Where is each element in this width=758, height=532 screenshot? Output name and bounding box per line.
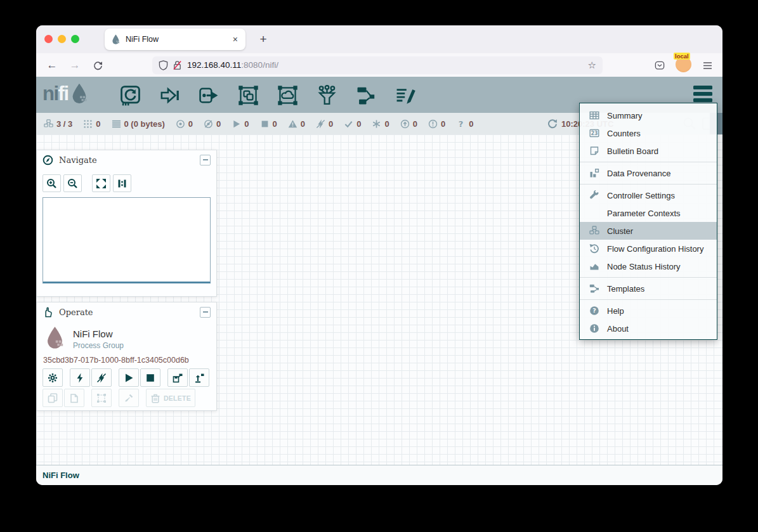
menu-separator (580, 277, 717, 278)
copy-button[interactable] (42, 389, 63, 407)
queued-icon (112, 119, 121, 129)
status-count: 0 (329, 119, 333, 129)
back-button[interactable]: ← (44, 57, 60, 74)
input-port-tool[interactable] (158, 84, 181, 107)
birdseye-minimap[interactable] (42, 197, 211, 283)
status-item-stale: 0 (400, 119, 417, 129)
close-window-button[interactable] (44, 35, 53, 43)
process-group-tool[interactable] (237, 84, 259, 107)
logo-text-fi: fi (58, 82, 69, 105)
collapse-operate-button[interactable] (200, 307, 211, 318)
operate-actions-row-1 (42, 368, 211, 387)
status-count: 0 (0 bytes) (124, 119, 165, 129)
menu-item-counters[interactable]: 23Counters (580, 124, 717, 142)
fill-color-button[interactable] (119, 389, 139, 407)
maximize-window-button[interactable] (71, 35, 79, 43)
menu-item-templates[interactable]: Templates (580, 280, 717, 297)
template-tool[interactable] (355, 84, 377, 107)
new-tab-button[interactable]: + (254, 30, 272, 48)
breadcrumb[interactable]: NiFi Flow (42, 470, 79, 480)
menu-item-controller-settings[interactable]: Controller Settings (580, 186, 717, 204)
status-count: 3 / 3 (56, 119, 72, 129)
upload-template-button[interactable] (189, 368, 209, 387)
forward-button[interactable]: → (67, 57, 83, 74)
controller-settings-icon (589, 190, 600, 200)
compass-icon (42, 155, 53, 165)
menu-item-cluster[interactable]: Cluster (580, 222, 717, 240)
profile-badge: local (674, 53, 690, 60)
funnel-tool[interactable] (315, 84, 338, 107)
remote-process-group-tool[interactable] (276, 84, 299, 107)
output-port-tool[interactable] (197, 84, 220, 107)
delete-button[interactable]: DELETE (146, 389, 195, 407)
url-bar[interactable]: 192.168.40.11:8080/nifi/ ☆ (152, 56, 603, 74)
menu-item-label: Help (607, 306, 624, 316)
status-item-sync-failure: ?0 (456, 119, 473, 129)
collapse-navigate-button[interactable] (200, 155, 211, 165)
menu-item-summary[interactable]: Summary (580, 107, 717, 124)
menu-item-node-status-history[interactable]: Node Status History (580, 257, 717, 275)
tab-close-icon[interactable]: × (232, 34, 239, 44)
menu-item-about[interactable]: About (580, 320, 717, 337)
status-count: 0 (441, 119, 445, 129)
menu-item-label: Bulletin Board (607, 146, 658, 156)
logo-text-ni: ni (42, 82, 58, 105)
nifi-favicon (111, 34, 121, 45)
menu-item-label: Templates (607, 284, 644, 294)
disable-button[interactable] (91, 368, 112, 387)
zoom-out-button[interactable] (63, 174, 82, 192)
bulletin-board-icon (589, 146, 600, 156)
reload-button[interactable] (89, 57, 106, 74)
zoom-in-button[interactable] (42, 174, 61, 192)
nifi-drop-logo-icon (70, 82, 89, 105)
menu-item-data-provenance[interactable]: Data Provenance (580, 164, 717, 182)
counters-icon: 23 (589, 128, 600, 138)
status-count: 0 (188, 119, 193, 129)
create-template-button[interactable] (167, 368, 188, 387)
summary-icon (589, 110, 600, 120)
menu-item-parameter-contexts[interactable]: Parameter Contexts (580, 204, 717, 222)
minimize-window-button[interactable] (58, 35, 66, 43)
stop-button[interactable] (140, 368, 160, 387)
menu-separator (580, 299, 717, 300)
zoom-fit-button[interactable] (92, 174, 110, 192)
selected-flow-id: 35cbd3b7-017b-1000-8bff-1c3405c00d6b (43, 356, 189, 365)
menu-item-label: Parameter Contexts (607, 209, 681, 218)
menu-item-label: Counters (607, 129, 641, 138)
operate-title: Operate (59, 308, 93, 317)
invalid-icon (288, 119, 297, 129)
menu-item-bulletin-board[interactable]: Bulletin Board (580, 142, 717, 160)
status-item-up-to-date: 0 (344, 119, 361, 129)
label-tool[interactable] (394, 84, 417, 107)
configuration-button[interactable] (42, 368, 63, 387)
refresh-icon[interactable] (547, 119, 558, 129)
global-menu-button[interactable] (693, 86, 712, 102)
profile-avatar[interactable]: local (676, 56, 693, 74)
group-button[interactable] (91, 389, 112, 407)
selected-flow-type: Process Group (73, 341, 124, 350)
menu-item-help[interactable]: ?Help (580, 302, 717, 320)
disabled-icon (316, 119, 325, 129)
breadcrumb-bar: NiFi Flow (36, 465, 722, 485)
about-icon (589, 323, 600, 334)
enable-button[interactable] (70, 368, 90, 387)
menu-item-flow-configuration-history[interactable]: Flow Configuration History (580, 240, 717, 257)
shield-icon[interactable] (159, 60, 168, 70)
status-item-locally-modified-stale: 0 (428, 119, 445, 129)
processor-tool[interactable] (119, 84, 141, 107)
bookmark-star-icon[interactable]: ☆ (588, 60, 596, 71)
start-button[interactable] (119, 368, 139, 387)
status-item-cluster: 3 / 3 (44, 119, 72, 129)
pocket-icon[interactable] (651, 57, 668, 74)
zoom-actual-size-button[interactable] (113, 174, 131, 192)
paste-button[interactable] (64, 389, 84, 407)
browser-tab[interactable]: NiFi Flow × (105, 29, 245, 50)
stale-icon (400, 119, 410, 129)
browser-menu-button[interactable] (699, 57, 716, 74)
navigate-panel: Navigate (36, 150, 217, 297)
running-icon (232, 119, 241, 129)
browser-window: NiFi Flow × + ← → 192.168.40.11:8080/nif… (36, 25, 722, 485)
window-controls (44, 35, 79, 43)
menu-item-label: About (607, 324, 629, 334)
insecure-lock-icon[interactable] (173, 60, 182, 70)
